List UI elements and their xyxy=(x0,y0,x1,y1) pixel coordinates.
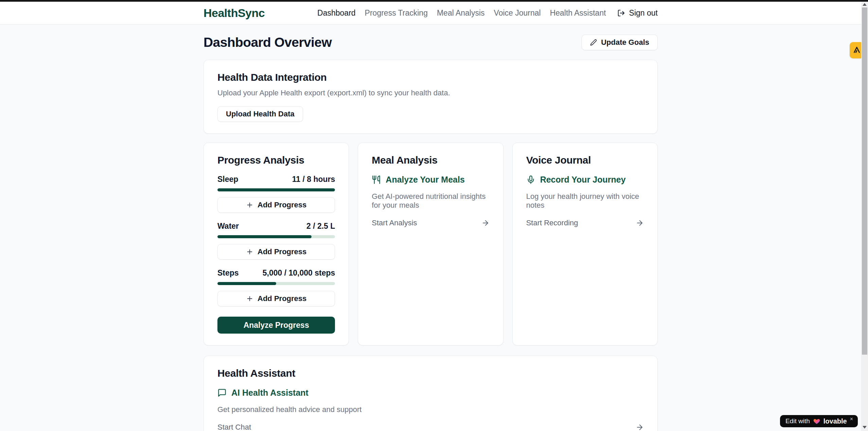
nav-voice-journal[interactable]: Voice Journal xyxy=(494,8,541,18)
voice-journal-card: Voice Journal Record Your Journey Log yo… xyxy=(512,143,658,345)
start-chat-action[interactable]: Start Chat xyxy=(217,423,644,431)
sleep-progress-bar xyxy=(217,188,335,191)
update-goals-label: Update Goals xyxy=(601,38,649,47)
vertical-scrollbar[interactable] xyxy=(861,2,868,431)
record-your-journey-link[interactable]: Record Your Journey xyxy=(526,175,644,185)
nav-progress-tracking[interactable]: Progress Tracking xyxy=(365,8,428,18)
start-analysis-label: Start Analysis xyxy=(372,219,417,227)
page-title: Dashboard Overview xyxy=(203,35,332,50)
lovable-heart-icon xyxy=(813,417,820,425)
add-progress-label: Add Progress xyxy=(258,294,306,303)
health-data-integration-card: Health Data Integration Upload your Appl… xyxy=(203,60,658,134)
add-progress-label: Add Progress xyxy=(258,201,306,209)
add-progress-label: Add Progress xyxy=(258,247,306,256)
meal-analysis-title: Meal Analysis xyxy=(372,154,489,166)
water-progress-bar xyxy=(217,235,335,238)
health-data-title: Health Data Integration xyxy=(217,72,644,83)
progress-row-water: Water 2 / 2.5 L Add Progress xyxy=(217,222,335,260)
assistant-description: Get personalized health advice and suppo… xyxy=(217,405,644,414)
health-data-description: Upload your Apple Health export (export.… xyxy=(217,89,644,97)
voice-journal-title: Voice Journal xyxy=(526,154,644,166)
steps-label: Steps xyxy=(217,268,239,278)
log-out-icon xyxy=(617,9,625,17)
main-nav: Dashboard Progress Tracking Meal Analysi… xyxy=(317,8,658,18)
update-goals-button[interactable]: Update Goals xyxy=(582,35,658,50)
water-label: Water xyxy=(217,222,239,231)
progress-analysis-card: Progress Analysis Sleep 11 / 8 hours Add… xyxy=(203,143,349,345)
arrow-right-icon xyxy=(636,423,644,431)
microphone-icon xyxy=(526,175,535,184)
lovable-brand-label: lovable xyxy=(823,417,847,425)
nav-health-assistant[interactable]: Health Assistant xyxy=(550,8,606,18)
scrollbar-down-arrow[interactable] xyxy=(861,425,868,430)
meal-description: Get AI-powered nutritional insights for … xyxy=(372,192,489,210)
upload-health-data-button[interactable]: Upload Health Data xyxy=(217,106,303,122)
chat-bubble-icon xyxy=(217,388,227,397)
utensils-icon xyxy=(372,175,381,184)
plus-icon xyxy=(246,248,253,256)
sleep-value: 11 / 8 hours xyxy=(292,175,335,184)
top-navbar: HealthSync Dashboard Progress Tracking M… xyxy=(0,2,861,24)
lovable-prefix: Edit with xyxy=(785,417,810,425)
record-your-journey-label: Record Your Journey xyxy=(540,175,626,185)
water-value: 2 / 2.5 L xyxy=(306,222,335,231)
brand-logo[interactable]: HealthSync xyxy=(203,6,265,20)
add-progress-water-button[interactable]: Add Progress xyxy=(217,244,335,260)
scrollbar-thumb[interactable] xyxy=(862,7,867,355)
sign-out-label: Sign out xyxy=(629,8,658,18)
start-recording-label: Start Recording xyxy=(526,219,578,227)
sign-out-button[interactable]: Sign out xyxy=(617,8,658,18)
arrow-right-icon xyxy=(636,219,644,227)
health-assistant-card: Health Assistant AI Health Assistant Get… xyxy=(203,356,658,431)
extension-logo-icon xyxy=(852,46,861,55)
start-recording-action[interactable]: Start Recording xyxy=(526,219,644,227)
plus-icon xyxy=(246,295,253,302)
start-analysis-action[interactable]: Start Analysis xyxy=(372,219,489,227)
analyze-your-meals-label: Analyze Your Meals xyxy=(386,175,465,185)
analyze-progress-button[interactable]: Analyze Progress xyxy=(217,317,335,334)
progress-analysis-title: Progress Analysis xyxy=(217,154,335,166)
nav-meal-analysis[interactable]: Meal Analysis xyxy=(437,8,485,18)
health-assistant-title: Health Assistant xyxy=(217,368,644,379)
steps-progress-bar xyxy=(217,282,335,285)
pencil-icon xyxy=(590,39,597,46)
ai-health-assistant-link[interactable]: AI Health Assistant xyxy=(217,388,644,398)
sleep-label: Sleep xyxy=(217,175,238,184)
analyze-your-meals-link[interactable]: Analyze Your Meals xyxy=(372,175,489,185)
edit-with-lovable-badge[interactable]: Edit with lovable × xyxy=(780,415,858,427)
arrow-right-icon xyxy=(481,219,490,227)
window-top-strip xyxy=(0,0,868,2)
nav-dashboard[interactable]: Dashboard xyxy=(317,8,356,18)
voice-description: Log your health journey with voice notes xyxy=(526,192,644,210)
start-chat-label: Start Chat xyxy=(217,423,251,431)
ai-health-assistant-label: AI Health Assistant xyxy=(231,388,308,398)
app-window: HealthSync Dashboard Progress Tracking M… xyxy=(0,2,861,431)
plus-icon xyxy=(246,201,253,209)
add-progress-steps-button[interactable]: Add Progress xyxy=(217,291,335,306)
progress-row-steps: Steps 5,000 / 10,000 steps Add Progress xyxy=(217,268,335,306)
meal-analysis-card: Meal Analysis Analyze Your Meals Get AI-… xyxy=(358,143,503,345)
scrollbar-up-arrow[interactable] xyxy=(861,2,868,7)
steps-value: 5,000 / 10,000 steps xyxy=(263,268,335,278)
add-progress-sleep-button[interactable]: Add Progress xyxy=(217,197,335,213)
lovable-close-icon[interactable]: × xyxy=(850,416,853,422)
progress-row-sleep: Sleep 11 / 8 hours Add Progress xyxy=(217,175,335,213)
